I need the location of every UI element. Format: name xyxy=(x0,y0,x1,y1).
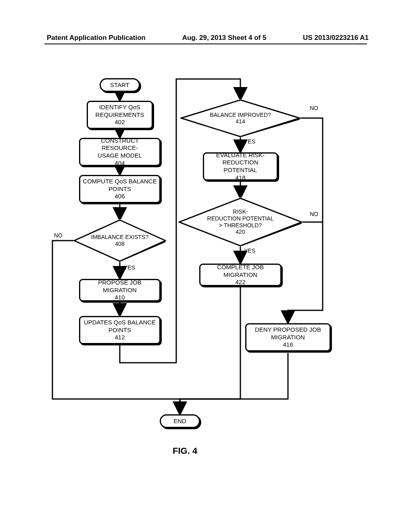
label-no-420: NO xyxy=(310,211,318,217)
end-label: END xyxy=(173,418,186,425)
step-416-line2: MIGRATION xyxy=(271,334,305,341)
step-402-line1: IDENTIFY QoS xyxy=(99,104,140,111)
start-label: START xyxy=(110,81,129,89)
step-406-line2: POINTS xyxy=(108,185,131,193)
decision-408-line1: IMBALANCE EXISTS? xyxy=(73,234,166,241)
decision-420: RISK- REDUCTION POTENTIAL > THRESHOLD? 4… xyxy=(178,197,302,247)
end-terminator: END xyxy=(160,414,200,428)
step-418-num: 418 xyxy=(235,174,245,182)
decision-420-line3: > THRESHOLD? xyxy=(178,222,302,229)
step-406-line1: COMPUTE QoS BALANCE xyxy=(83,178,156,185)
step-410: PROPOSE JOB MIGRATION 410 xyxy=(79,279,161,301)
figure-label: FIG. 4 xyxy=(173,446,197,456)
label-yes-420: YES xyxy=(244,247,255,254)
label-yes-408: YES xyxy=(124,264,135,271)
step-418-line2: REDUCTION POTENTIAL xyxy=(206,159,275,174)
step-416-num: 416 xyxy=(283,341,293,349)
step-412-line2: POINTS xyxy=(108,326,131,334)
step-412-line1: UPDATES QoS BALANCE xyxy=(84,319,156,326)
decision-420-line1: RISK- xyxy=(178,208,302,215)
step-406: COMPUTE QoS BALANCE POINTS 406 xyxy=(79,175,161,203)
decision-420-line2: REDUCTION POTENTIAL xyxy=(178,215,302,222)
label-no-414: NO xyxy=(310,105,318,111)
step-404-line1: CONSTRUCT RESOURCE- xyxy=(82,137,158,152)
step-404-num: 404 xyxy=(115,160,125,167)
step-404-line2: USAGE MODEL xyxy=(98,152,142,160)
decision-408-num: 408 xyxy=(73,241,166,247)
step-416: DENY PROPOSED JOB MIGRATION 416 xyxy=(245,323,331,351)
step-412-num: 412 xyxy=(115,334,125,341)
step-418: EVALUATE RISK- REDUCTION POTENTIAL 418 xyxy=(203,152,278,181)
step-412: UPDATES QoS BALANCE POINTS 412 xyxy=(79,316,161,344)
step-410-line1: PROPOSE JOB MIGRATION xyxy=(82,279,158,294)
label-yes-414: YES xyxy=(244,138,255,145)
decision-414: BALANCE IMPROVED? 414 xyxy=(180,99,300,137)
step-402-line2: REQUIREMENTS xyxy=(96,111,144,119)
step-416-line1: DENY PROPOSED JOB xyxy=(255,326,321,334)
step-422-num: 422 xyxy=(235,278,245,286)
step-404: CONSTRUCT RESOURCE- USAGE MODEL 404 xyxy=(79,138,161,166)
step-418-line1: EVALUATE RISK- xyxy=(216,152,265,159)
decision-414-line1: BALANCE IMPROVED? xyxy=(180,112,300,118)
step-402: IDENTIFY QoS REQUIREMENTS 402 xyxy=(87,101,153,129)
step-422: COMPLETE JOB MIGRATION 422 xyxy=(199,264,282,286)
step-402-num: 402 xyxy=(115,118,125,126)
decision-420-num: 420 xyxy=(178,229,302,236)
decision-414-num: 414 xyxy=(180,118,300,125)
step-422-line1: COMPLETE JOB MIGRATION xyxy=(202,264,279,279)
step-406-num: 406 xyxy=(115,193,125,200)
decision-408: IMBALANCE EXISTS? 408 xyxy=(73,219,166,262)
start-terminator: START xyxy=(100,78,140,92)
step-410-num: 410 xyxy=(115,294,125,301)
label-no-408: NO xyxy=(54,232,63,239)
